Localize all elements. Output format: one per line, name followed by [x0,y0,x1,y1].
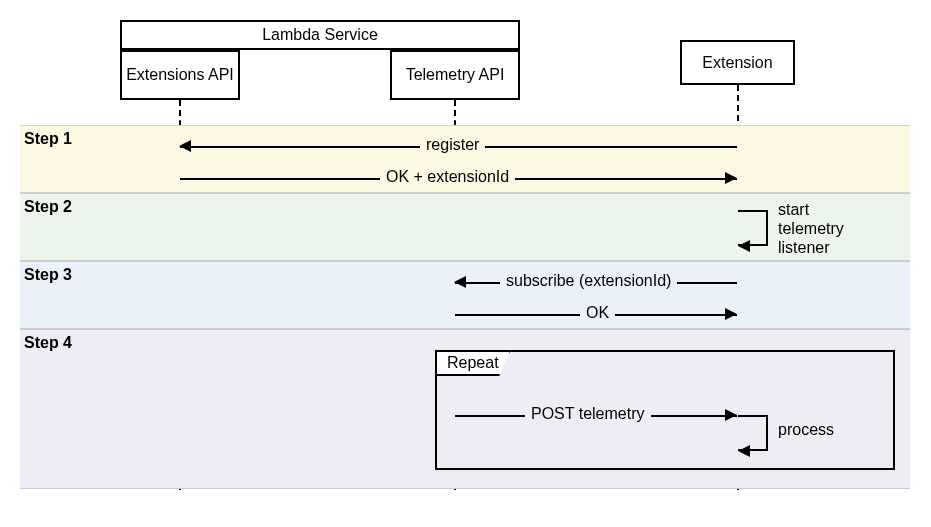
arrow-register-label: register [420,136,485,154]
lambda-service-label: Lambda Service [262,25,378,44]
extension-label: Extension [702,53,772,72]
step4-label: Step 4 [24,334,72,352]
extensions-api-label: Extensions API [126,65,234,84]
step3-band: Step 3 [20,261,910,329]
step3-label: Step 3 [24,266,72,284]
telemetry-api-label: Telemetry API [406,65,505,84]
repeat-label: Repeat [447,354,499,371]
arrow-ok-extid-label: OK + extensionId [380,168,515,186]
extension-box: Extension [680,40,795,85]
step1-label: Step 1 [24,130,72,148]
lambda-service-box: Lambda Service [120,20,520,50]
extensions-api-box: Extensions API [120,50,240,100]
repeat-frame: Repeat [435,350,895,470]
repeat-tab: Repeat [435,350,511,376]
arrow-ok-extid-head [725,172,737,184]
arrow-post-telemetry-label: POST telemetry [525,405,651,423]
arrow-subscribe-label: subscribe (extensionId) [500,272,677,290]
arrow-subscribe-head [454,276,466,288]
sequence-diagram: Lambda Service Extensions API Telemetry … [20,20,910,510]
arrow-post-telemetry-head [725,409,737,421]
telemetry-api-box: Telemetry API [390,50,520,100]
self-process-head [738,445,750,457]
step2-label: Step 2 [24,198,72,216]
arrow-ok-head [725,308,737,320]
self-process-label: process [778,420,834,439]
arrow-register-head [179,140,191,152]
step2-band: Step 2 [20,193,910,261]
self-start-listener-head [738,240,750,252]
arrow-ok-label: OK [580,304,615,322]
self-start-listener-label: start telemetry listener [778,200,858,258]
